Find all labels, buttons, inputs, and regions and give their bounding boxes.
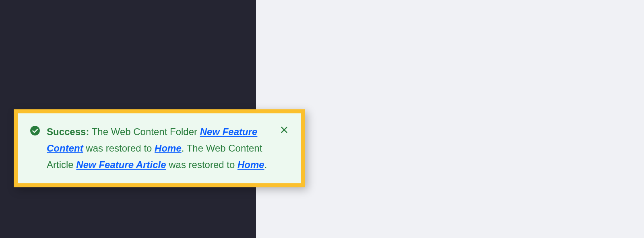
- alert-message: Success: The Web Content Folder New Feat…: [47, 124, 272, 173]
- link-home-2[interactable]: Home: [237, 159, 264, 170]
- alert-text: was restored to: [166, 159, 237, 170]
- check-circle-icon: [30, 125, 40, 136]
- success-alert: Success: The Web Content Folder New Feat…: [14, 109, 305, 187]
- alert-label: Success:: [47, 126, 89, 137]
- close-button[interactable]: [278, 124, 291, 137]
- alert-text: .: [264, 159, 267, 170]
- link-new-feature-article[interactable]: New Feature Article: [76, 159, 166, 170]
- close-icon: [280, 125, 289, 135]
- svg-point-0: [30, 126, 40, 135]
- alert-text: The Web Content Folder: [89, 126, 200, 137]
- alert-text: was restored to: [83, 143, 155, 154]
- link-home-1[interactable]: Home: [155, 143, 182, 154]
